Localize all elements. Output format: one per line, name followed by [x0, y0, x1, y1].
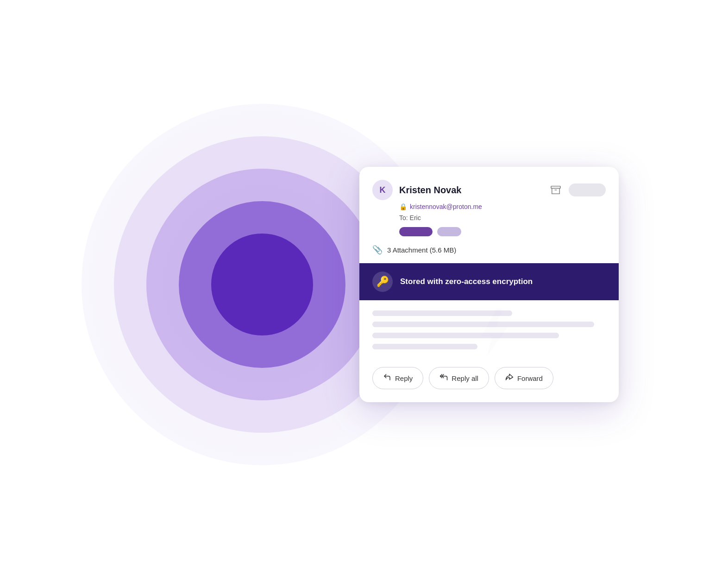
- svg-rect-0: [551, 186, 560, 189]
- to-label: To:: [399, 214, 408, 221]
- encryption-banner: 🔑 Stored with zero-access encryption: [359, 263, 619, 300]
- email-card: K Kristen Novak: [359, 167, 619, 402]
- reply-label: Reply: [395, 374, 413, 382]
- action-pill-placeholder: [569, 183, 606, 196]
- forward-button[interactable]: Forward: [495, 367, 553, 389]
- circle-5: [211, 234, 313, 335]
- content-area: [359, 300, 619, 359]
- sender-email: 🔒 kristennovak@proton.me: [399, 203, 606, 210]
- tag-row: [399, 227, 606, 236]
- scene: K Kristen Novak: [109, 53, 619, 516]
- avatar: K: [372, 180, 393, 200]
- inbox-icon[interactable]: [547, 182, 564, 198]
- card-header: K Kristen Novak: [359, 167, 619, 236]
- reply-all-label: Reply all: [452, 374, 478, 382]
- lock-icon: 🔒: [399, 203, 407, 210]
- reply-all-button[interactable]: Reply all: [429, 367, 489, 389]
- skeleton-lines: [372, 310, 606, 349]
- tag-lavender: [437, 227, 461, 236]
- to-recipient: Eric: [410, 214, 421, 221]
- attachment-text: 3 Attachment (5.6 MB): [387, 246, 456, 254]
- encryption-text: Stored with zero-access encryption: [400, 277, 533, 286]
- attachment-icon: 📎: [372, 245, 383, 255]
- skeleton-line-3: [372, 333, 559, 338]
- reply-all-icon: [439, 373, 448, 383]
- attachment-row: 📎 3 Attachment (5.6 MB): [359, 245, 619, 263]
- forward-label: Forward: [517, 374, 543, 382]
- reply-button[interactable]: Reply: [372, 367, 423, 389]
- tag-purple: [399, 227, 433, 236]
- header-actions: [547, 182, 606, 198]
- action-buttons: Reply Reply all Forwar: [359, 359, 619, 402]
- key-icon: 🔑: [372, 272, 393, 292]
- forward-icon: [505, 373, 514, 383]
- skeleton-line-1: [372, 310, 512, 316]
- sender-name: Kristen Novak: [399, 185, 462, 196]
- sender-row: K Kristen Novak: [372, 180, 606, 200]
- to-row: To: Eric: [399, 214, 606, 221]
- skeleton-line-4: [372, 344, 477, 349]
- sender-left: K Kristen Novak: [372, 180, 462, 200]
- skeleton-line-2: [372, 322, 594, 327]
- reply-icon: [383, 373, 391, 383]
